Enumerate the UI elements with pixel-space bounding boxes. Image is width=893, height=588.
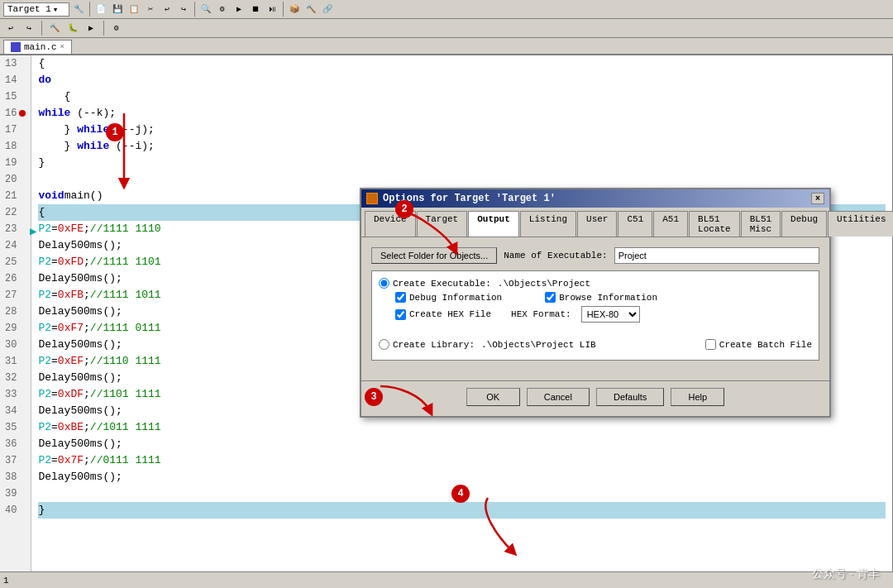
debug-info-checkbox[interactable]: [395, 292, 406, 303]
toolbar-icon-settings[interactable]: ⚙: [109, 21, 124, 36]
toolbar-icon-build[interactable]: 🔨: [47, 21, 62, 36]
help-button[interactable]: Help: [671, 388, 724, 406]
dialog-tab-listing[interactable]: Listing: [520, 211, 576, 237]
defaults-button[interactable]: Defaults: [596, 388, 664, 406]
sep2: [194, 2, 195, 17]
create-lib-radio-label[interactable]: Create Library: .\Objects\Project LIB: [379, 339, 596, 350]
sep4: [41, 21, 42, 36]
create-hex-label[interactable]: Create HEX File: [395, 309, 491, 320]
dialog-tab-debug[interactable]: Debug: [781, 211, 827, 237]
dialog-title: Options for Target 'Target 1': [383, 193, 556, 204]
toolbar-icon-start[interactable]: ▶: [84, 21, 98, 36]
create-batch-checkbox[interactable]: [705, 339, 716, 350]
dialog-footer: OK Cancel Defaults Help: [361, 380, 829, 416]
dialog-tab-target[interactable]: Target: [417, 211, 468, 237]
create-exe-radio-label[interactable]: Create Executable: .\Objects\Project: [379, 278, 590, 289]
dialog-titlebar: Options for Target 'Target 1' ×: [361, 189, 829, 208]
sep1: [89, 2, 90, 17]
target-label: Target 1: [7, 4, 51, 14]
dialog-tab-a51[interactable]: A51: [653, 211, 688, 237]
options-section: Create Executable: .\Objects\Project Deb…: [371, 270, 819, 361]
tab-close-icon[interactable]: ×: [60, 43, 64, 51]
create-hex-checkbox[interactable]: [395, 309, 406, 320]
toolbar-icon-10[interactable]: ▶: [232, 2, 246, 17]
create-exe-row: Create Executable: .\Objects\Project: [379, 278, 812, 289]
toolbar-icon-6[interactable]: ↩: [160, 2, 174, 17]
create-batch-label[interactable]: Create Batch File: [705, 339, 812, 350]
select-folder-button[interactable]: Select Folder for Objects...: [371, 247, 497, 264]
dialog-title-icon: [366, 193, 378, 204]
hex-format-label: HEX Format:: [511, 309, 571, 319]
main-content: 1314151617181920212223242526272829303132…: [0, 55, 893, 586]
dialog-overlay: Options for Target 'Target 1' × DeviceTa…: [0, 55, 893, 586]
dialog-tab-bl51-locate[interactable]: BL51 Locate: [689, 211, 740, 237]
dialog-close-button[interactable]: ×: [811, 193, 824, 204]
dialog-tab-user[interactable]: User: [577, 211, 617, 237]
debug-info-label[interactable]: Debug Information: [395, 292, 502, 303]
toolbar-row2: ↩ ↪ 🔨 🐛 ▶ ⚙: [0, 19, 893, 37]
tab-file-icon: [11, 42, 21, 52]
folder-row: Select Folder for Objects... Name of Exe…: [371, 247, 819, 264]
toolbar-icon-3[interactable]: 💾: [110, 2, 125, 17]
dialog-tab-bl51-misc[interactable]: BL51 Misc: [741, 211, 781, 237]
dialog-body: Select Folder for Objects... Name of Exe…: [361, 237, 829, 377]
options-dialog: Options for Target 'Target 1' × DeviceTa…: [360, 188, 831, 418]
dialog-tab-output[interactable]: Output: [468, 211, 519, 237]
toolbar-icon-4[interactable]: 📋: [127, 2, 141, 17]
toolbar-icon-7[interactable]: ↪: [176, 2, 191, 17]
browse-info-label[interactable]: Browse Information: [545, 292, 657, 303]
toolbar-icon-2[interactable]: 📄: [93, 2, 108, 17]
dialog-tab-c51[interactable]: C51: [618, 211, 652, 237]
hex-format-select[interactable]: HEX-80 HEX-386: [581, 306, 640, 323]
toolbar-row1: Target 1 ▾ 🔧 📄 💾 📋 ✂ ↩ ↪ 🔍 ⚙ ▶ ⏹ ⏯ 📦 🔨 🔗: [0, 0, 893, 19]
sep5: [103, 21, 104, 36]
create-lib-radio[interactable]: [379, 339, 389, 350]
toolbar-icon-debug[interactable]: 🐛: [65, 21, 80, 36]
toolbar-icon-14[interactable]: 🔨: [303, 2, 318, 17]
hex-row: Create HEX File HEX Format: HEX-80 HEX-3…: [395, 306, 812, 323]
create-lib-row: Create Library: .\Objects\Project LIB Cr…: [379, 339, 812, 350]
create-exe-label: Create Executable:: [393, 279, 491, 289]
dialog-tab-device[interactable]: Device: [365, 211, 416, 237]
sep3: [283, 2, 284, 17]
toolbar-icon-redo[interactable]: ↪: [21, 21, 36, 36]
dialog-tabs: DeviceTargetOutputListingUserC51A51BL51 …: [361, 208, 829, 237]
toolbar-icon-12[interactable]: ⏯: [265, 2, 279, 17]
create-exe-path: .\Objects\Project: [498, 279, 590, 289]
dialog-titlebar-left: Options for Target 'Target 1': [366, 193, 556, 204]
toolbar-icon-5[interactable]: ✂: [143, 2, 158, 17]
create-lib-label: Create Library:: [393, 340, 475, 350]
tab-main-c[interactable]: main.c ×: [3, 40, 72, 54]
toolbar-icon-8[interactable]: 🔍: [198, 2, 213, 17]
ok-button[interactable]: OK: [466, 388, 520, 406]
toolbar-icon-13[interactable]: 📦: [287, 2, 302, 17]
toolbar-icon-15[interactable]: 🔗: [320, 2, 335, 17]
dialog-tab-utilities[interactable]: Utilities: [828, 211, 893, 237]
name-exe-label: Name of Executable:: [504, 251, 607, 261]
debug-browse-row: Debug Information Browse Information: [395, 292, 812, 303]
create-exe-radio[interactable]: [379, 278, 389, 289]
toolbar-icon-9[interactable]: ⚙: [215, 2, 230, 17]
browse-info-checkbox[interactable]: [545, 292, 556, 303]
name-exe-input[interactable]: [614, 247, 819, 264]
tab-bar: main.c ×: [0, 38, 893, 55]
toolbar-icon-undo[interactable]: ↩: [3, 21, 18, 36]
tab-filename: main.c: [24, 42, 57, 52]
create-lib-path: .\Objects\Project LIB: [481, 340, 596, 350]
toolbar-area: Target 1 ▾ 🔧 📄 💾 📋 ✂ ↩ ↪ 🔍 ⚙ ▶ ⏹ ⏯ 📦 🔨 🔗…: [0, 0, 893, 38]
watermark: 公众号 · 青丰: [812, 566, 880, 581]
target-dropdown[interactable]: Target 1 ▾: [3, 2, 69, 17]
dropdown-arrow-icon: ▾: [53, 4, 59, 15]
toolbar-icon-1[interactable]: 🔧: [71, 2, 86, 17]
cancel-button[interactable]: Cancel: [527, 388, 590, 406]
toolbar-icon-11[interactable]: ⏹: [248, 2, 263, 17]
